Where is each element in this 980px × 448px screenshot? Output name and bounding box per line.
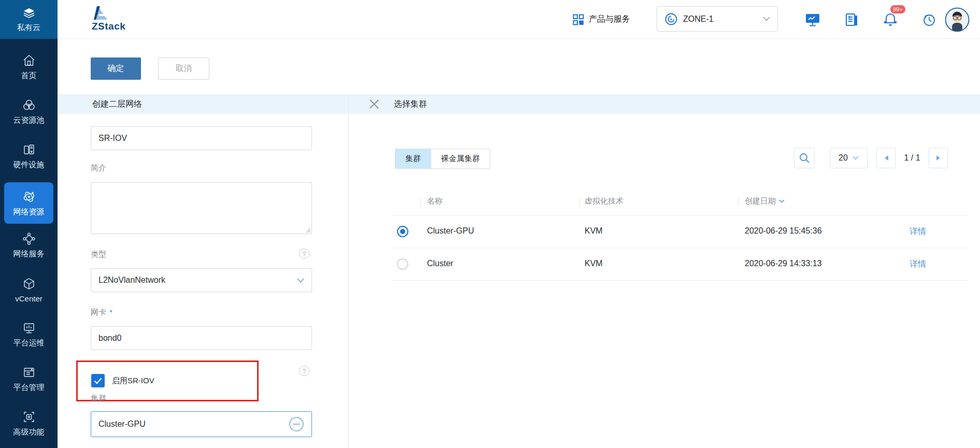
grid-icon bbox=[573, 14, 584, 25]
zstack-app: 私有云 首页 云资源池 硬件设施 bbox=[0, 0, 980, 448]
sort-chevron-icon bbox=[779, 199, 785, 203]
notification-badge: 99+ bbox=[890, 5, 905, 13]
column-header-created[interactable]: 创建日期 bbox=[745, 196, 785, 206]
monitor-stand-icon bbox=[22, 321, 36, 335]
remove-cluster-icon[interactable] bbox=[289, 416, 304, 432]
nic-input[interactable] bbox=[91, 326, 312, 350]
sidebar-item-label: 网络服务 bbox=[13, 249, 45, 259]
cell-virtualization: KVM bbox=[585, 226, 603, 236]
sidebar-item-network-services[interactable]: 网络服务 bbox=[0, 228, 58, 262]
row-radio-selected[interactable] bbox=[397, 226, 408, 237]
sidebar-item-home[interactable]: 首页 bbox=[0, 50, 58, 83]
type-help-icon[interactable]: ? bbox=[299, 249, 309, 259]
cell-created: 2020-06-29 14:33:13 bbox=[745, 259, 822, 268]
next-page-button[interactable] bbox=[929, 148, 948, 168]
chevron-down-icon bbox=[297, 278, 304, 283]
panel-divider bbox=[348, 94, 349, 448]
row-radio-unselected[interactable] bbox=[397, 258, 408, 270]
chevron-down-icon bbox=[763, 17, 770, 21]
notifications-button[interactable]: 99+ bbox=[879, 0, 902, 39]
history-icon bbox=[922, 12, 936, 27]
table-divider bbox=[391, 248, 968, 248]
search-icon bbox=[799, 152, 810, 164]
products-services-menu[interactable]: 产品与服务 bbox=[573, 0, 630, 39]
console-monitor-button[interactable] bbox=[801, 0, 824, 39]
sriov-checkbox-checked[interactable] bbox=[91, 374, 105, 387]
page-size-value: 20 bbox=[839, 153, 848, 163]
sriov-help-icon[interactable]: ? bbox=[299, 366, 309, 376]
sidebar-item-hardware[interactable]: 硬件设施 bbox=[0, 139, 58, 172]
cell-created: 2020-06-29 15:45:36 bbox=[745, 226, 822, 236]
details-link[interactable]: 详情 bbox=[910, 259, 926, 270]
document-icon bbox=[844, 12, 859, 27]
sriov-checkbox-row[interactable]: 启用SR-IOV bbox=[91, 374, 154, 387]
server-panel-icon bbox=[22, 365, 36, 380]
sidebar-product-label: 私有云 bbox=[17, 23, 40, 33]
cube-icon bbox=[22, 277, 36, 291]
cluster-tabs: 集群 裸金属集群 bbox=[395, 149, 490, 169]
tab-cluster[interactable]: 集群 bbox=[395, 149, 431, 169]
avatar-image bbox=[945, 7, 970, 32]
cell-name: Cluster-GPU bbox=[427, 226, 474, 236]
user-avatar[interactable] bbox=[945, 7, 970, 32]
type-select[interactable]: L2NoVlanNetwork bbox=[91, 268, 312, 292]
page-size-select[interactable]: 20 bbox=[830, 148, 868, 168]
close-icon[interactable] bbox=[368, 98, 380, 110]
logo-text: ZStack bbox=[92, 21, 125, 32]
zstack-logo[interactable]: ZStack bbox=[92, 5, 125, 32]
history-button[interactable] bbox=[918, 0, 941, 39]
hardware-icon bbox=[22, 142, 36, 157]
sidebar: 私有云 首页 云资源池 硬件设施 bbox=[0, 0, 58, 448]
column-separator bbox=[420, 197, 421, 206]
network-services-icon bbox=[22, 232, 36, 246]
type-select-value: L2NoVlanNetwork bbox=[98, 276, 297, 285]
sidebar-item-cloud-pool[interactable]: 云资源池 bbox=[0, 95, 58, 128]
column-header-virtualization[interactable]: 虚拟化技术 bbox=[585, 196, 623, 206]
chevron-down-icon bbox=[853, 156, 859, 160]
confirm-button[interactable]: 确定 bbox=[91, 57, 141, 80]
column-header-name[interactable]: 名称 bbox=[427, 196, 443, 206]
sidebar-item-label: 硬件设施 bbox=[13, 160, 45, 170]
sidebar-item-label: 平台管理 bbox=[13, 383, 45, 393]
cell-virtualization: KVM bbox=[585, 259, 603, 268]
monitor-icon bbox=[805, 12, 820, 27]
column-header-created-label: 创建日期 bbox=[745, 196, 776, 206]
cluster-field-value: Cluster-GPU bbox=[98, 420, 289, 429]
zone-icon bbox=[664, 12, 678, 26]
description-textarea[interactable] bbox=[91, 182, 312, 234]
table-divider bbox=[391, 215, 968, 215]
cluster-panel-titlebar: 选择集群 bbox=[349, 94, 980, 114]
required-asterisk: * bbox=[109, 308, 112, 316]
column-separator bbox=[579, 197, 580, 206]
form-titlebar: 创建二层网络 bbox=[58, 94, 348, 114]
cancel-button[interactable]: 取消 bbox=[158, 57, 209, 80]
sidebar-item-private-cloud[interactable]: 私有云 bbox=[0, 0, 58, 39]
caret-left-icon bbox=[884, 155, 889, 161]
search-button[interactable] bbox=[794, 148, 815, 168]
tab-baremetal-cluster[interactable]: 裸金属集群 bbox=[431, 149, 490, 169]
page-indicator: 1 / 1 bbox=[900, 148, 925, 168]
sidebar-item-platform-ops[interactable]: 平台运维 bbox=[0, 317, 58, 351]
check-icon bbox=[94, 378, 102, 384]
advanced-brackets-icon bbox=[22, 410, 36, 424]
details-link[interactable]: 详情 bbox=[910, 226, 926, 237]
network-resources-icon bbox=[22, 190, 36, 204]
sidebar-item-advanced[interactable]: 高级功能 bbox=[0, 407, 58, 440]
sidebar-item-network-resources[interactable]: 网络资源 bbox=[4, 182, 53, 224]
zstack-logo-icon bbox=[92, 5, 109, 21]
documents-button[interactable] bbox=[840, 0, 863, 39]
sidebar-item-vcenter[interactable]: vCenter bbox=[0, 273, 58, 306]
sidebar-item-label: 高级功能 bbox=[13, 427, 45, 437]
sidebar-item-label: 云资源池 bbox=[13, 115, 45, 125]
cluster-select-field[interactable]: Cluster-GPU bbox=[91, 411, 312, 437]
sidebar-item-platform-mgmt[interactable]: 平台管理 bbox=[0, 362, 58, 395]
prev-page-button[interactable] bbox=[876, 148, 896, 168]
zone-selector[interactable]: ZONE-1 bbox=[657, 6, 778, 32]
layers-icon bbox=[22, 6, 36, 21]
zone-selector-value: ZONE-1 bbox=[683, 15, 758, 24]
bell-icon bbox=[883, 12, 898, 27]
network-name-input[interactable] bbox=[91, 126, 312, 150]
help-glyph: ? bbox=[302, 367, 306, 375]
top-header: ZStack 产品与服务 ZONE-1 bbox=[58, 0, 980, 39]
cell-name: Cluster bbox=[427, 259, 453, 268]
